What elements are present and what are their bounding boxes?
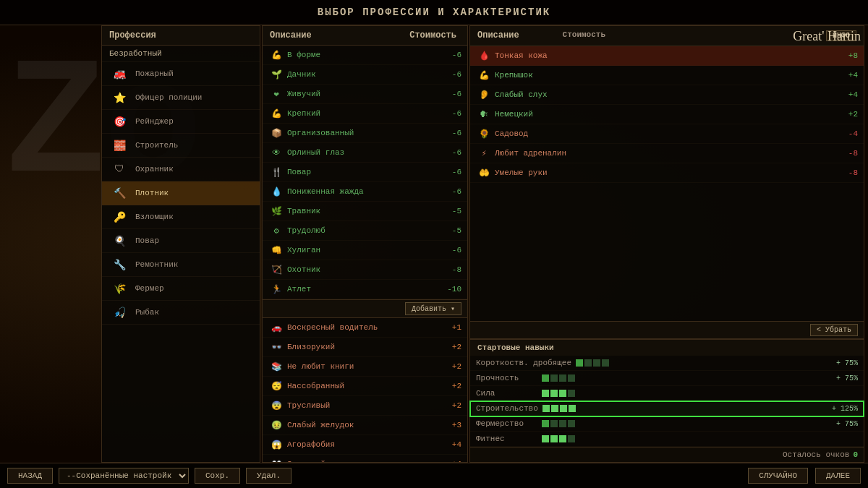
- profession-header: Профессия: [102, 26, 260, 46]
- char-item-athlete[interactable]: 🏃 Атлет -10: [263, 280, 467, 299]
- skill-farming-bar: [542, 420, 825, 427]
- remove-button[interactable]: < Убрать: [810, 324, 858, 336]
- main-panel: Профессия Безработный 🚒 Пожарный ⭐ Офице…: [101, 25, 864, 463]
- selected-item-hard-hearing[interactable]: 👂 Слабый слух +4: [470, 85, 864, 105]
- char-item-thirst[interactable]: 💧 Пониженная жажда -6: [263, 182, 467, 202]
- selected-list: 🩸 Тонкая кожа +8 💪 Крепышок +4 👂 Слабый …: [470, 46, 864, 321]
- police-label: Офицер полиции: [135, 93, 202, 102]
- char-item-strong[interactable]: 💪 Крепкий -6: [263, 104, 467, 124]
- farmer-icon: 🌾: [109, 281, 129, 296]
- eagle-label: Орлиный глаз: [287, 148, 344, 157]
- skill-farming-label: Фермерство: [476, 419, 537, 428]
- char-item-sunday-driver[interactable]: 🚗 Воскресный водитель +1: [263, 318, 467, 338]
- german-label: Немецкий: [495, 110, 533, 119]
- profession-item-firefighter[interactable]: 🚒 Пожарный: [102, 62, 260, 86]
- char-item-dachnick[interactable]: 🌱 Дачник -6: [263, 65, 467, 85]
- selected-item-stocky[interactable]: 💪 Крепышок +4: [470, 66, 864, 85]
- guard-label: Охранник: [135, 165, 174, 174]
- athlete-icon: 🏃: [268, 283, 284, 296]
- hardwork-label: Трудолюб: [287, 226, 326, 235]
- selected-item-gardener[interactable]: 🌻 Садовод -4: [470, 124, 864, 144]
- char-item-herbalist[interactable]: 🌿 Травник -5: [263, 202, 467, 221]
- char-item-chef[interactable]: 🍴 Повар -6: [263, 163, 467, 182]
- shortsighted-label: Близорукий: [287, 343, 335, 351]
- inshape-icon: 💪: [268, 48, 284, 61]
- profession-item-builder[interactable]: 🧱 Строитель: [102, 134, 260, 158]
- next-button[interactable]: ДАЛЕЕ: [815, 468, 861, 484]
- char-item-eagle[interactable]: 👁 Орлиный глаз -6: [263, 143, 467, 163]
- points-label: Осталось очков: [783, 450, 849, 459]
- skill-item-shortblunt: Короткоств. дробящее + 75%: [470, 356, 864, 371]
- coward-icon: 😨: [268, 399, 284, 412]
- profession-item-police[interactable]: ⭐ Офицер полиции: [102, 86, 260, 110]
- carpenter-icon: 🔨: [109, 185, 129, 201]
- char-item-hardwork[interactable]: ⚙ Трудолюб -5: [263, 221, 467, 241]
- char-item-disorganized[interactable]: 😴 Нассобранный +2: [263, 377, 467, 396]
- profession-item-unemployed[interactable]: Безработный: [102, 46, 260, 62]
- char-item-hunter[interactable]: 🏹 Охотник -8: [263, 260, 467, 280]
- char-item-noticeable[interactable]: 👀 Заметный +4: [263, 455, 467, 462]
- char-item-agoraphobia[interactable]: 😱 Агорафобия +4: [263, 435, 467, 455]
- profession-item-locksmith[interactable]: 🔑 Взломщик: [102, 205, 260, 229]
- weakstomach-icon: 🤢: [268, 419, 284, 432]
- eagle-cost: -6: [443, 148, 461, 157]
- selected-item-german[interactable]: 🗣 Немецкий +2: [470, 105, 864, 124]
- selected-desc-label: Описание: [477, 30, 519, 41]
- skill-durability-percent: + 75%: [829, 374, 858, 382]
- char-item-bully[interactable]: 👊 Хулиган -6: [263, 241, 467, 260]
- profession-item-cook[interactable]: 🍳 Повар: [102, 229, 260, 253]
- sunday-driver-label: Воскресный водитель: [287, 323, 378, 332]
- skill-item-durability: Прочность + 75%: [470, 371, 864, 386]
- chef-cost: -6: [443, 168, 461, 176]
- back-button[interactable]: НАЗАД: [7, 468, 53, 484]
- char-item-coward[interactable]: 😨 Трусливый +2: [263, 396, 467, 416]
- save-button[interactable]: Сохр.: [195, 468, 240, 484]
- stocky-label: Крепышок: [495, 71, 533, 80]
- disorg-icon: 😴: [268, 380, 284, 393]
- profession-item-ranger[interactable]: 🎯 Рейнджер: [102, 110, 260, 134]
- selected-item-thin-skin[interactable]: 🩸 Тонкая кожа +8: [470, 46, 864, 66]
- char-list: 💪 В форме -6 🌱 Дачник -6 ❤ Живучий -6 💪 …: [263, 46, 467, 462]
- skill-pip: [568, 435, 575, 442]
- random-button[interactable]: СЛУЧАЙНО: [748, 468, 808, 484]
- delete-button[interactable]: Удал.: [246, 468, 292, 484]
- profession-item-guard[interactable]: 🛡 Охранник: [102, 158, 260, 181]
- char-item-weakstomach[interactable]: 🤢 Слабый желудок +3: [263, 416, 467, 435]
- profession-item-repairman[interactable]: 🔧 Ремонтник: [102, 253, 260, 277]
- skill-pip: [569, 405, 576, 412]
- title-bar: ВЫБОР ПРОФЕССИИ И ХАРАКТЕРИСТИК: [0, 0, 868, 25]
- add-positive-button[interactable]: Добавить ▾: [405, 302, 461, 315]
- weakstomach-label: Слабый желудок: [287, 421, 354, 429]
- firefighter-icon: 🚒: [109, 66, 129, 82]
- selected-item-skilled-hands[interactable]: 🤲 Умелые руки -8: [470, 163, 864, 183]
- char-item-hardy[interactable]: ❤ Живучий -6: [263, 85, 467, 104]
- profession-item-carpenter[interactable]: 🔨 Плотник: [102, 181, 260, 205]
- coward-cost: +2: [443, 401, 461, 410]
- skill-pip: [568, 420, 575, 427]
- skill-pip: [542, 435, 549, 442]
- skill-pip: [550, 435, 558, 442]
- char-item-nobooks[interactable]: 📚 Не любит книги +2: [263, 357, 467, 377]
- organized-cost: -6: [443, 129, 461, 137]
- skill-pip: [542, 390, 549, 397]
- profession-panel: Профессия Безработный 🚒 Пожарный ⭐ Офице…: [101, 25, 260, 463]
- save-select[interactable]: --Сохранённые настройки--: [59, 468, 189, 484]
- police-icon: ⭐: [109, 90, 129, 106]
- skill-pip: [576, 359, 583, 367]
- skill-item-strength: Сила: [470, 386, 864, 401]
- char-item-inshape[interactable]: 💪 В форме -6: [263, 46, 467, 65]
- skill-item-farming: Фермерство + 75%: [470, 416, 864, 432]
- selected-item-adrenaline[interactable]: ⚡ Любит адреналин -8: [470, 144, 864, 163]
- char-item-organized[interactable]: 📦 Организованный -6: [263, 124, 467, 143]
- fisherman-label: Рыбак: [135, 308, 159, 317]
- profession-item-farmer[interactable]: 🌾 Фермер: [102, 277, 260, 301]
- locksmith-icon: 🔑: [109, 209, 129, 225]
- skill-durability-bar: [542, 374, 825, 382]
- skill-pip: [542, 374, 549, 382]
- gardener-icon: 🌻: [476, 127, 492, 140]
- char-panel-header: Описание Стоимость: [263, 26, 467, 46]
- char-item-shortsighted[interactable]: 👓 Близорукий +2: [263, 338, 467, 357]
- skill-construction-bar: [542, 405, 825, 412]
- profession-item-fisherman[interactable]: 🎣 Рыбак: [102, 301, 260, 325]
- hardwork-icon: ⚙: [268, 224, 284, 237]
